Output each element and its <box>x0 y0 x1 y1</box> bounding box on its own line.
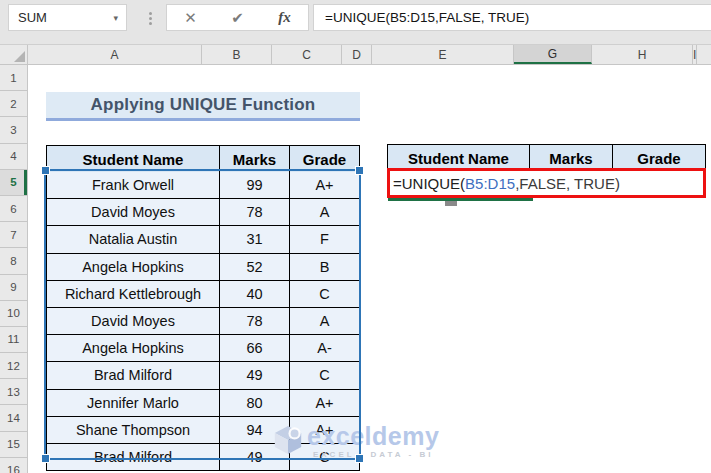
grade-cell[interactable]: C <box>290 362 359 388</box>
student-name-cell[interactable]: Richard Kettlebrough <box>47 281 220 307</box>
column-header[interactable]: A <box>28 45 202 64</box>
student-name-cell[interactable]: David Moyes <box>47 308 220 334</box>
grade-cell[interactable]: F <box>290 226 359 252</box>
cell-drag-handle[interactable] <box>445 201 457 206</box>
row-header[interactable]: 12 <box>0 353 27 379</box>
marks-cell[interactable]: 78 <box>220 308 290 334</box>
watermark: exceldemy EXCEL - DATA - BI <box>272 423 439 461</box>
row-header[interactable]: 14 <box>0 405 27 431</box>
cancel-icon[interactable]: ✕ <box>184 9 197 27</box>
active-formula-cell[interactable]: =UNIQUE(B5:D15,FALSE, TRUE) <box>387 168 706 198</box>
formula-text: =UNIQUE(B5:D15,FALSE, TRUE) <box>314 10 529 25</box>
chevron-down-icon[interactable]: ▾ <box>113 13 126 23</box>
grade-cell[interactable]: A <box>290 199 359 225</box>
row-header[interactable]: 16 <box>0 458 27 473</box>
student-name-cell[interactable]: Jennifer Marlo <box>47 390 220 416</box>
excel-window: SUM ▾ ✕ ✔ fx =UNIQUE(B5:D15,FALSE, TRUE)… <box>0 0 711 473</box>
marks-cell[interactable]: 66 <box>220 335 290 361</box>
row-header[interactable]: 15 <box>0 432 27 458</box>
table-row: David Moyes 78 A <box>47 198 359 225</box>
grade-cell[interactable]: C <box>290 281 359 307</box>
select-all-corner[interactable] <box>0 45 28 64</box>
row-header[interactable]: 2 <box>0 91 27 117</box>
formula-bar-strip: SUM ▾ ✕ ✔ fx =UNIQUE(B5:D15,FALSE, TRUE) <box>0 0 711 44</box>
grade-cell[interactable]: B <box>290 254 359 280</box>
enter-icon[interactable]: ✔ <box>231 9 244 27</box>
student-name-cell[interactable]: Angela Hopkins <box>47 254 220 280</box>
student-name-cell[interactable]: Brad Milford <box>47 444 220 470</box>
table-row: Natalia Austin 31 F <box>47 225 359 252</box>
column-header[interactable]: C <box>272 45 342 64</box>
marks-cell[interactable]: 78 <box>220 199 290 225</box>
table-row: Jennifer Marlo 80 A+ <box>47 389 359 416</box>
marks-cell[interactable]: 99 <box>220 172 290 198</box>
column-header[interactable]: I <box>693 45 697 64</box>
table-row: Angela Hopkins 66 A- <box>47 334 359 361</box>
grade-cell[interactable]: A+ <box>290 390 359 416</box>
student-name-cell[interactable]: David Moyes <box>47 199 220 225</box>
column-header[interactable]: G <box>514 45 592 64</box>
student-name-cell[interactable]: Natalia Austin <box>47 226 220 252</box>
row-header[interactable]: 6 <box>0 196 27 222</box>
column-header[interactable]: B <box>202 45 272 64</box>
student-name-cell[interactable]: Frank Orwell <box>47 172 220 198</box>
formula-suffix: ,FALSE, TRUE) <box>515 175 620 192</box>
grade-cell[interactable]: A+ <box>290 172 359 198</box>
student-name-cell[interactable]: Brad Milford <box>47 362 220 388</box>
table-row: David Moyes 78 A <box>47 307 359 334</box>
table-row: Frank Orwell 99 A+ <box>47 172 359 198</box>
grade-cell[interactable]: A- <box>290 335 359 361</box>
row-header[interactable]: 13 <box>0 379 27 405</box>
row-header[interactable]: 11 <box>0 327 27 353</box>
marks-cell[interactable]: 49 <box>220 362 290 388</box>
student-name-cell[interactable]: Angela Hopkins <box>47 335 220 361</box>
watermark-tagline: EXCEL - DATA - BI <box>313 450 433 459</box>
row-header[interactable]: 10 <box>0 301 27 327</box>
formula-input[interactable]: =UNIQUE(B5:D15,FALSE, TRUE) <box>313 4 711 31</box>
name-box-value: SUM <box>9 10 113 25</box>
formula-buttons: ✕ ✔ fx <box>166 4 309 31</box>
row-header[interactable]: 7 <box>0 222 27 248</box>
column-header-cell[interactable]: Marks <box>220 146 290 172</box>
formula-bar-drag-handle[interactable] <box>149 12 152 25</box>
source-table-header-row: Student NameMarksGrade <box>47 146 359 172</box>
marks-cell[interactable]: 31 <box>220 226 290 252</box>
row-header[interactable]: 9 <box>0 275 27 301</box>
table-row: Richard Kettlebrough 40 C <box>47 280 359 307</box>
row-header[interactable]: 5 <box>0 170 27 196</box>
column-header[interactable]: H <box>592 45 693 64</box>
row-header[interactable]: 3 <box>0 117 27 143</box>
column-header-cell[interactable]: Student Name <box>47 146 220 172</box>
marks-cell[interactable]: 52 <box>220 254 290 280</box>
title-banner[interactable]: Applying UNIQUE Function <box>46 92 360 121</box>
student-name-cell[interactable]: Shane Thompson <box>47 417 220 443</box>
formula-range-reference: B5:D15 <box>465 175 515 192</box>
column-header[interactable]: D <box>342 45 372 64</box>
column-header[interactable]: E <box>372 45 514 64</box>
column-header-cell[interactable]: Grade <box>290 146 359 172</box>
grade-cell[interactable]: A <box>290 308 359 334</box>
insert-function-icon[interactable]: fx <box>278 9 291 26</box>
watermark-brand: exceldemy <box>307 423 439 449</box>
column-headers: ABCDEGHI <box>0 44 711 65</box>
marks-cell[interactable]: 80 <box>220 390 290 416</box>
name-box[interactable]: SUM ▾ <box>8 4 127 31</box>
table-row: Angela Hopkins 52 B <box>47 253 359 280</box>
formula-prefix: =UNIQUE( <box>393 175 465 192</box>
active-cell-green-border <box>388 198 533 201</box>
exceldemy-cube-icon <box>272 423 304 461</box>
row-header[interactable]: 8 <box>0 248 27 274</box>
row-header[interactable]: 4 <box>0 144 27 170</box>
marks-cell[interactable]: 40 <box>220 281 290 307</box>
table-row: Brad Milford 49 C <box>47 361 359 388</box>
row-header[interactable]: 1 <box>0 65 27 91</box>
row-headers: 12345678910111213141516 <box>0 65 28 473</box>
